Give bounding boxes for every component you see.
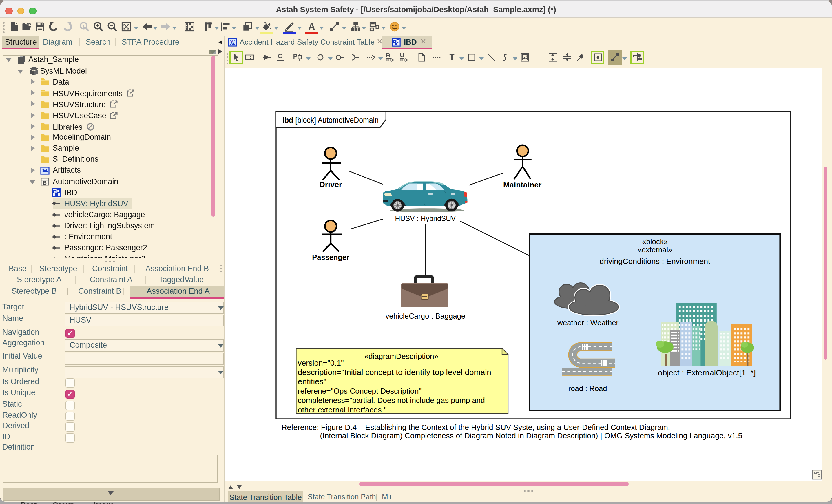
- svg-text:C: C: [278, 53, 282, 60]
- svg-text:U: U: [400, 53, 405, 58]
- svg-text:Driver: Driver: [319, 180, 342, 189]
- svg-text:description="Initial concept t: description="Initial concept to identify…: [298, 368, 491, 376]
- svg-text:ibd [block] AutomotiveDomain: ibd [block] AutomotiveDomain: [282, 115, 379, 125]
- svg-text:Passenger: Passenger: [312, 253, 349, 262]
- svg-text:(Internal Block Diagram) Compl: (Internal Block Diagram) Completeness of…: [320, 431, 742, 440]
- svg-text:completeness="partial. Does no: completeness="partial. Does not include …: [298, 396, 485, 404]
- svg-text:road : Road: road : Road: [568, 384, 607, 393]
- svg-text:«block»: «block»: [642, 238, 668, 246]
- svg-text:weather : Weather: weather : Weather: [557, 318, 619, 327]
- svg-text:HUSV : HybridSUV: HUSV : HybridSUV: [395, 214, 456, 223]
- svg-text:A: A: [308, 21, 315, 32]
- svg-text:«external»: «external»: [638, 246, 672, 254]
- svg-text:vehicleCargo : Baggage: vehicleCargo : Baggage: [385, 312, 465, 320]
- svg-text:Maintainer: Maintainer: [503, 181, 541, 189]
- svg-text:1: 1: [83, 24, 85, 28]
- svg-text:P: P: [293, 53, 297, 60]
- svg-text:«diagramDescription»: «diagramDescription»: [364, 352, 438, 360]
- svg-text:R: R: [386, 53, 391, 58]
- svg-text:entities": entities": [298, 377, 327, 386]
- svg-text:version="0.1": version="0.1": [298, 359, 344, 367]
- svg-text:T: T: [449, 53, 454, 62]
- svg-text:other external interfaces.": other external interfaces.": [298, 406, 387, 414]
- svg-text:Reference: Figure D.4 – Establ: Reference: Figure D.4 – Establishing the…: [281, 423, 670, 431]
- svg-text:object : ExternalObject[1..*]: object : ExternalObject[1..*]: [658, 368, 756, 377]
- svg-text:referene="Ops Concept Descript: referene="Ops Concept Description": [298, 387, 421, 395]
- svg-text:drivingConditions : Environmen: drivingConditions : Environment: [600, 257, 711, 266]
